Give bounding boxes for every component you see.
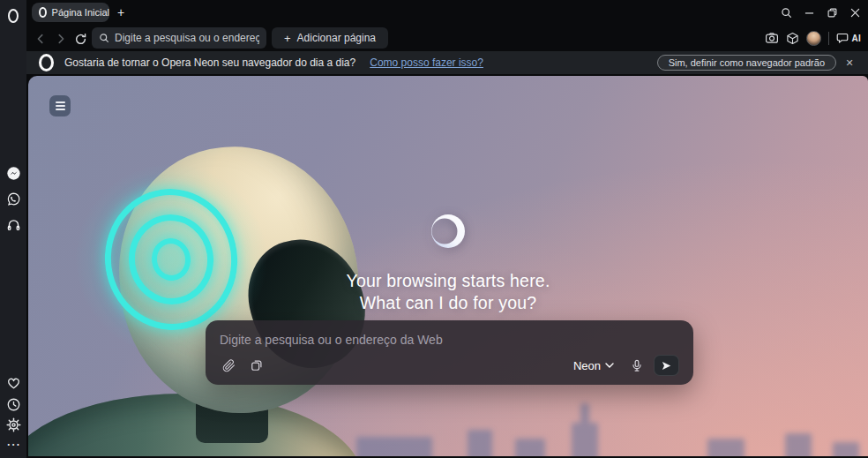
window-controls xyxy=(774,0,866,25)
more-ellipsis-icon[interactable]: ⋯ xyxy=(0,434,26,454)
restore-button[interactable] xyxy=(820,0,843,25)
ai-prompt-box[interactable]: Neon xyxy=(206,320,693,385)
opera-logo-icon xyxy=(39,54,54,71)
favorites-heart-icon[interactable] xyxy=(0,373,26,393)
minimize-button[interactable] xyxy=(797,0,820,25)
opera-ring-shape xyxy=(8,9,19,23)
add-page-button[interactable]: + Adicionar página xyxy=(272,27,388,49)
extensions-cube-icon[interactable] xyxy=(786,32,799,45)
welcome-heading-line2: What can I do for you? xyxy=(28,293,868,313)
start-page-menu-button[interactable] xyxy=(49,95,71,116)
building-silhouette xyxy=(515,439,545,456)
settings-gear-icon[interactable] xyxy=(0,415,26,434)
back-button[interactable] xyxy=(34,32,48,46)
history-clock-icon[interactable] xyxy=(0,394,26,414)
search-icon xyxy=(99,33,109,43)
headphones-icon[interactable] xyxy=(0,214,26,234)
tab-favicon-opera xyxy=(39,7,47,18)
add-page-label: Adicionar página xyxy=(297,32,376,44)
prompt-toolbar: Neon xyxy=(220,355,679,376)
whatsapp-icon[interactable] xyxy=(0,189,26,208)
chevron-down-icon xyxy=(605,363,614,368)
ellipsis-glyph: ⋯ xyxy=(6,436,20,453)
chat-bubble-icon xyxy=(836,32,849,44)
toolbar-right-icons: AI xyxy=(765,25,861,51)
attach-paperclip-icon[interactable] xyxy=(222,359,236,372)
address-bar[interactable] xyxy=(92,27,266,49)
banner-close-icon[interactable]: ✕ xyxy=(836,57,863,69)
send-arrow-icon xyxy=(661,360,672,372)
opera-logo-icon[interactable] xyxy=(0,6,26,26)
sidebar: ⋯ xyxy=(0,0,26,458)
plus-icon: + xyxy=(284,32,291,45)
forward-button[interactable] xyxy=(54,32,68,46)
welcome-heading-line1: Your browsing starts here. xyxy=(28,271,868,291)
set-default-browser-button[interactable]: Sim, definir como navegador padrão xyxy=(657,55,836,71)
prompt-input[interactable] xyxy=(220,330,679,349)
tab-search-icon[interactable] xyxy=(774,0,797,25)
building-silhouette xyxy=(356,437,432,456)
address-input[interactable] xyxy=(115,32,259,44)
building-silhouette xyxy=(468,430,492,456)
tab-pagina-inicial[interactable]: Página Inicial xyxy=(32,3,109,22)
banner-message: Gostaria de tornar o Opera Neon seu nave… xyxy=(64,56,355,69)
opera-neon-logo xyxy=(427,210,469,252)
banner-help-link[interactable]: Como posso fazer isso? xyxy=(370,56,483,69)
new-tab-button[interactable]: + xyxy=(112,4,130,21)
opera-neon-window: ⋯ Página Inicial + xyxy=(0,0,868,458)
building-silhouette xyxy=(707,439,745,456)
send-button[interactable] xyxy=(654,355,679,376)
plus-icon: + xyxy=(117,5,124,19)
ai-label: AI xyxy=(851,34,861,43)
mode-selector-dropdown[interactable]: Neon xyxy=(573,359,614,372)
snapshot-camera-icon[interactable] xyxy=(765,31,779,45)
building-silhouette xyxy=(833,442,859,456)
ai-chat-button[interactable]: AI xyxy=(836,32,861,44)
skyscraper-spire xyxy=(580,403,589,456)
microphone-icon[interactable] xyxy=(631,359,643,372)
tab-label: Página Inicial xyxy=(52,7,109,18)
messenger-icon[interactable] xyxy=(0,163,26,183)
profile-avatar[interactable] xyxy=(806,31,821,46)
toolbar: + Adicionar página AI xyxy=(26,25,868,51)
start-page: Your browsing starts here. What can I do… xyxy=(28,76,868,456)
building-silhouette xyxy=(785,433,812,456)
reload-button[interactable] xyxy=(73,32,87,46)
tabs-copy-icon[interactable] xyxy=(251,359,263,372)
close-button[interactable] xyxy=(843,0,866,25)
default-browser-banner: Gostaria de tornar o Opera Neon seu nave… xyxy=(26,51,868,74)
toolbar-divider xyxy=(828,32,829,45)
titlebar: Página Inicial + xyxy=(26,0,868,25)
mode-label: Neon xyxy=(573,359,601,372)
